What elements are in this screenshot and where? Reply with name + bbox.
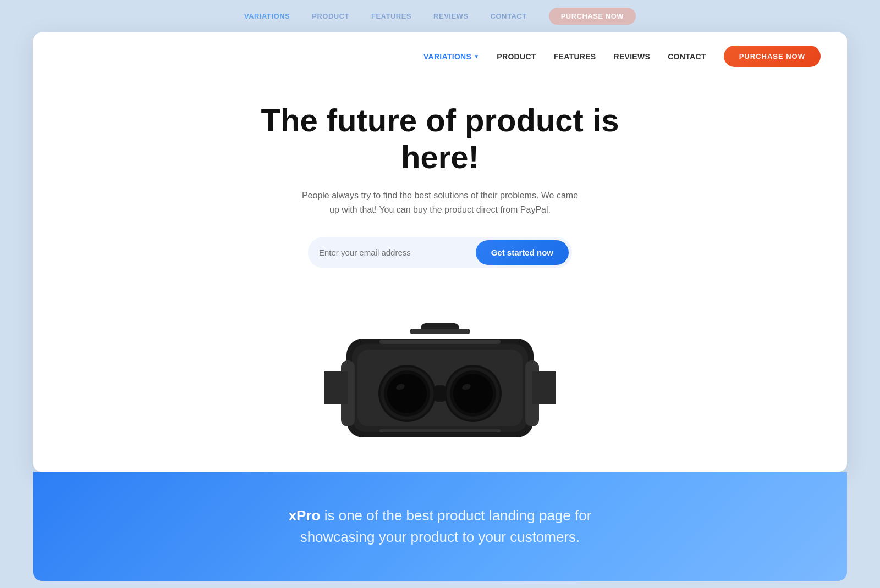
svg-rect-19 <box>380 429 501 432</box>
hero-section: The future of product is here! People al… <box>33 80 847 459</box>
vr-headset-svg <box>324 322 556 459</box>
svg-rect-18 <box>380 340 501 344</box>
svg-rect-20 <box>324 371 348 404</box>
get-started-button[interactable]: Get started now <box>476 240 569 265</box>
hero-heading: The future of product is here! <box>248 102 632 175</box>
blue-section: xPro is one of the best product landing … <box>33 472 847 581</box>
inner-nav-contact[interactable]: CONTACT <box>668 52 706 61</box>
hero-subheading: People always try to find the best solut… <box>297 188 583 217</box>
email-form: Get started now <box>44 237 836 268</box>
top-nav-reviews[interactable]: REVIEWS <box>433 12 468 20</box>
top-nav-variations[interactable]: VARIATIONS <box>244 12 290 20</box>
main-card: VARIATIONS ▼ PRODUCT FEATURES REVIEWS CO… <box>33 32 847 472</box>
inner-nav-product[interactable]: PRODUCT <box>497 52 536 61</box>
inner-nav-variations[interactable]: VARIATIONS ▼ <box>424 52 479 61</box>
svg-point-13 <box>453 374 493 413</box>
purchase-now-button[interactable]: PURCHASE NOW <box>724 46 821 67</box>
blue-section-text: xPro is one of the best product landing … <box>275 505 605 548</box>
email-form-wrap: Get started now <box>308 237 572 268</box>
blue-section-description: is one of the best product landing page … <box>300 507 592 545</box>
email-input[interactable] <box>319 243 476 262</box>
top-nav-purchase-button[interactable]: PURCHASE NOW <box>549 8 636 25</box>
inner-nav-features[interactable]: FEATURES <box>554 52 596 61</box>
inner-navigation: VARIATIONS ▼ PRODUCT FEATURES REVIEWS CO… <box>33 32 847 80</box>
svg-rect-21 <box>532 371 556 404</box>
bottom-area <box>0 581 880 588</box>
top-nav-product[interactable]: PRODUCT <box>312 12 349 20</box>
svg-rect-15 <box>435 385 446 402</box>
top-nav-features[interactable]: FEATURES <box>371 12 411 20</box>
top-nav-contact[interactable]: CONTACT <box>491 12 527 20</box>
chevron-down-icon: ▼ <box>474 53 479 59</box>
svg-rect-1 <box>410 329 470 334</box>
brand-name: xPro <box>289 507 321 524</box>
vr-headset-image <box>44 295 836 459</box>
inner-nav-reviews[interactable]: REVIEWS <box>613 52 650 61</box>
top-navigation: VARIATIONS PRODUCT FEATURES REVIEWS CONT… <box>0 0 880 32</box>
svg-point-8 <box>387 374 427 413</box>
